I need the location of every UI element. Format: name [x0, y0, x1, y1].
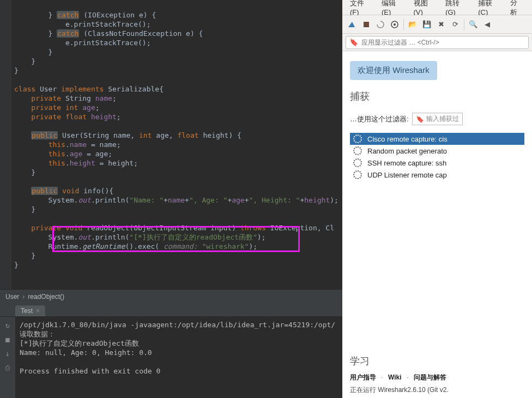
code-editor[interactable]: } catch (IOException e) { e.printStackTr… [12, 0, 342, 289]
breadcrumb-sep: › [22, 293, 25, 301]
console-tabs: Test × [0, 304, 342, 317]
wireshark-menubar: 文件(F) 编辑(E) 视图(V) 跳转(G) 捕获(C) 分析 [342, 0, 532, 15]
capture-options-icon[interactable] [388, 18, 401, 31]
gear-icon [353, 170, 362, 179]
toolbar-separator [464, 19, 464, 30]
status-bar: 正在运行 Wireshark2.6.10 (Git v2. [350, 385, 524, 395]
interface-list: Cisco remote capture: cis Random packet … [350, 133, 524, 181]
display-filter-input-wrap[interactable]: 🔖 [346, 36, 529, 49]
code-area: } catch (IOException e) { e.printStackTr… [0, 0, 342, 289]
console-output[interactable]: /opt/jdk1.7.0_80/bin/java -javaagent:/op… [15, 317, 342, 398]
capture-filter-input[interactable]: 🔖 输入捕获过 [412, 113, 463, 125]
dot-sep: · [407, 373, 408, 381]
interface-udp[interactable]: UDP Listener remote cap [350, 169, 524, 181]
close-icon[interactable]: × [36, 307, 40, 315]
ide-panel: } catch (IOException e) { e.printStackTr… [0, 0, 342, 398]
print-icon[interactable]: ⎙ [3, 363, 13, 372]
prev-icon[interactable]: ◀ [481, 18, 494, 31]
tab-test[interactable]: Test × [15, 305, 45, 316]
svg-point-2 [394, 23, 396, 26]
learn-heading: 学习 [350, 354, 524, 368]
display-filter-input[interactable] [361, 39, 525, 46]
save-file-icon[interactable]: 💾 [420, 18, 433, 31]
bookmark-icon[interactable]: 🔖 [349, 38, 358, 46]
welcome-badge: 欢迎使用 Wireshark [350, 61, 437, 80]
learn-links: 用户指导 · Wiki · 问题与解答 [350, 373, 524, 382]
bookmark-icon: 🔖 [416, 115, 424, 123]
highlight-box [52, 226, 300, 252]
breadcrumb-class[interactable]: User [5, 293, 19, 301]
gear-icon [353, 134, 362, 143]
svg-rect-0 [364, 22, 369, 27]
capture-heading: 捕获 [350, 90, 524, 103]
toolbar-separator [403, 19, 404, 30]
dot-sep: · [381, 373, 383, 381]
interface-random[interactable]: Random packet generato [350, 145, 524, 157]
breadcrumb[interactable]: User › readObject() [0, 289, 342, 304]
rerun-icon[interactable]: ↻ [3, 320, 13, 330]
gear-icon [353, 146, 362, 155]
wireshark-body: 欢迎使用 Wireshark 捕获 …使用这个过滤器: 🔖 输入捕获过 Cisc… [342, 51, 532, 349]
console-panel: ↻ ■ ↓ ⎙ /opt/jdk1.7.0_80/bin/java -javaa… [0, 317, 342, 398]
link-wiki[interactable]: Wiki [388, 373, 402, 381]
wireshark-toolbar: 📂 💾 ✖ ⟳ 🔍 ◀ [342, 15, 532, 34]
restart-capture-icon[interactable] [374, 18, 387, 31]
wireshark-footer: 学习 用户指导 · Wiki · 问题与解答 正在运行 Wireshark2.6… [342, 349, 532, 398]
code-gutter[interactable] [0, 0, 12, 289]
reload-icon[interactable]: ⟳ [449, 18, 462, 31]
find-icon[interactable]: 🔍 [467, 18, 480, 31]
interface-ssh[interactable]: SSH remote capture: ssh [350, 157, 524, 169]
breadcrumb-method[interactable]: readObject() [28, 293, 64, 301]
capture-filter-row: …使用这个过滤器: 🔖 输入捕获过 [350, 113, 524, 125]
capture-hint-label: …使用这个过滤器: [350, 114, 409, 124]
stop-icon[interactable]: ■ [3, 334, 13, 344]
stop-capture-icon[interactable] [360, 18, 373, 31]
interface-cisco[interactable]: Cisco remote capture: cis [350, 133, 524, 145]
close-file-icon[interactable]: ✖ [434, 18, 448, 31]
wireshark-window: 文件(F) 编辑(E) 视图(V) 跳转(G) 捕获(C) 分析 📂 💾 ✖ ⟳… [342, 0, 532, 398]
link-user-guide[interactable]: 用户指导 [350, 373, 376, 381]
down-icon[interactable]: ↓ [3, 348, 13, 358]
console-toolbar: ↻ ■ ↓ ⎙ [0, 317, 15, 398]
gear-icon [353, 158, 362, 167]
link-qa[interactable]: 问题与解答 [414, 373, 446, 381]
shark-fin-icon[interactable] [346, 18, 359, 31]
open-file-icon[interactable]: 📂 [406, 18, 419, 31]
tab-label: Test [21, 307, 33, 315]
display-filter-bar: 🔖 [342, 34, 532, 51]
